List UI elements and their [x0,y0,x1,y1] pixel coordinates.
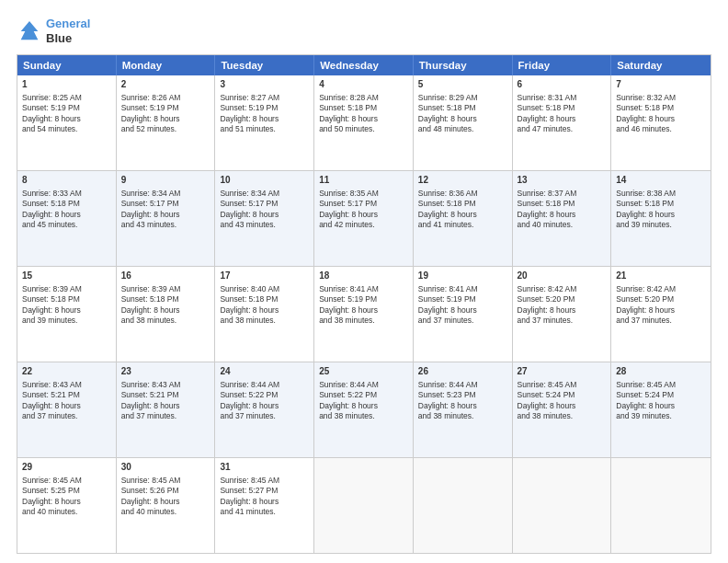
empty-cell-r4c3 [314,458,414,553]
day-info-line-1: Sunset: 5:17 PM [121,199,210,209]
day-info-line-0: Sunrise: 8:37 AM [518,189,607,199]
day-cell-13: 13Sunrise: 8:37 AMSunset: 5:18 PMDayligh… [513,171,612,266]
day-info-line-1: Sunset: 5:18 PM [616,199,706,209]
day-info-line-2: Daylight: 8 hours [121,401,210,411]
empty-cell-r4c4 [414,458,513,553]
calendar-header: SundayMondayTuesdayWednesdayThursdayFrid… [17,55,711,75]
day-info-line-2: Daylight: 8 hours [22,497,111,507]
day-info-line-1: Sunset: 5:21 PM [121,390,210,400]
day-number-4: 4 [319,78,408,91]
day-info-line-1: Sunset: 5:27 PM [220,486,309,496]
day-number-12: 12 [418,174,507,187]
day-number-28: 28 [616,365,706,378]
day-cell-23: 23Sunrise: 8:43 AMSunset: 5:21 PMDayligh… [117,362,216,457]
day-cell-22: 22Sunrise: 8:43 AMSunset: 5:21 PMDayligh… [17,362,117,457]
day-info-line-0: Sunrise: 8:42 AM [616,284,706,294]
day-cell-28: 28Sunrise: 8:45 AMSunset: 5:24 PMDayligh… [611,362,711,457]
day-info-line-0: Sunrise: 8:35 AM [319,189,408,199]
day-info-line-3: and 37 minutes. [418,316,507,326]
day-info-line-0: Sunrise: 8:34 AM [220,189,309,199]
day-info-line-1: Sunset: 5:23 PM [418,390,507,400]
day-cell-2: 2Sunrise: 8:26 AMSunset: 5:19 PMDaylight… [117,75,216,170]
day-info-line-2: Daylight: 8 hours [220,210,309,220]
day-number-20: 20 [518,270,607,282]
day-info-line-0: Sunrise: 8:25 AM [22,93,111,103]
day-info-line-3: and 40 minutes. [22,507,111,517]
day-info-line-3: and 39 minutes. [22,316,111,326]
day-cell-21: 21Sunrise: 8:42 AMSunset: 5:20 PMDayligh… [611,267,711,362]
day-info-line-1: Sunset: 5:24 PM [518,390,607,400]
day-info-line-0: Sunrise: 8:27 AM [220,93,309,103]
day-info-line-0: Sunrise: 8:45 AM [616,380,706,390]
day-info-line-0: Sunrise: 8:31 AM [518,93,607,103]
day-info-line-0: Sunrise: 8:38 AM [616,189,706,199]
day-cell-8: 8Sunrise: 8:33 AMSunset: 5:18 PMDaylight… [17,171,117,266]
day-number-16: 16 [121,270,210,282]
day-info-line-2: Daylight: 8 hours [121,497,210,507]
day-info-line-0: Sunrise: 8:34 AM [121,189,210,199]
day-info-line-2: Daylight: 8 hours [22,210,111,220]
day-info-line-2: Daylight: 8 hours [22,305,111,316]
calendar-row-1: 1Sunrise: 8:25 AMSunset: 5:19 PMDaylight… [17,75,711,170]
day-number-29: 29 [22,461,111,474]
day-number-5: 5 [418,78,507,91]
day-info-line-3: and 37 minutes. [22,411,111,421]
day-cell-25: 25Sunrise: 8:44 AMSunset: 5:22 PMDayligh… [314,362,414,457]
day-info-line-0: Sunrise: 8:36 AM [418,189,507,199]
day-number-10: 10 [220,174,309,187]
day-info-line-1: Sunset: 5:18 PM [220,294,309,304]
day-info-line-3: and 39 minutes. [616,220,706,230]
day-info-line-2: Daylight: 8 hours [121,210,210,220]
day-info-line-3: and 48 minutes. [418,124,507,134]
day-cell-16: 16Sunrise: 8:39 AMSunset: 5:18 PMDayligh… [117,267,216,362]
day-info-line-2: Daylight: 8 hours [319,210,408,220]
day-info-line-0: Sunrise: 8:39 AM [22,284,111,294]
day-info-line-2: Daylight: 8 hours [220,401,309,411]
day-info-line-3: and 38 minutes. [319,411,408,421]
day-info-line-1: Sunset: 5:18 PM [22,294,111,304]
logo-icon [17,18,42,44]
day-info-line-1: Sunset: 5:17 PM [220,199,309,209]
day-info-line-1: Sunset: 5:20 PM [616,294,706,304]
day-cell-31: 31Sunrise: 8:45 AMSunset: 5:27 PMDayligh… [215,458,314,553]
day-info-line-3: and 43 minutes. [121,220,210,230]
day-info-line-2: Daylight: 8 hours [418,210,507,220]
day-info-line-2: Daylight: 8 hours [616,401,706,411]
day-info-line-3: and 52 minutes. [121,124,210,134]
day-number-1: 1 [22,78,111,91]
day-number-3: 3 [220,78,309,91]
day-number-17: 17 [220,270,309,282]
day-info-line-0: Sunrise: 8:33 AM [22,189,111,199]
calendar-row-5: 29Sunrise: 8:45 AMSunset: 5:25 PMDayligh… [17,457,711,553]
day-info-line-3: and 47 minutes. [518,124,607,134]
day-number-18: 18 [319,270,408,282]
day-cell-12: 12Sunrise: 8:36 AMSunset: 5:18 PMDayligh… [414,171,513,266]
day-info-line-0: Sunrise: 8:45 AM [22,476,111,486]
day-info-line-1: Sunset: 5:19 PM [121,103,210,113]
day-number-27: 27 [518,365,607,378]
day-number-24: 24 [220,365,309,378]
day-info-line-1: Sunset: 5:18 PM [616,103,706,113]
day-info-line-0: Sunrise: 8:44 AM [319,380,408,390]
day-cell-20: 20Sunrise: 8:42 AMSunset: 5:20 PMDayligh… [513,267,612,362]
day-number-22: 22 [22,365,111,378]
day-info-line-2: Daylight: 8 hours [418,305,507,316]
day-info-line-3: and 42 minutes. [319,220,408,230]
weekday-header-tuesday: Tuesday [215,55,314,75]
day-number-11: 11 [319,174,408,187]
day-number-8: 8 [22,174,111,187]
svg-marker-0 [21,21,39,40]
day-info-line-1: Sunset: 5:17 PM [319,199,408,209]
day-info-line-3: and 39 minutes. [616,411,706,421]
logo: General Blue [17,17,90,45]
day-number-31: 31 [220,461,309,474]
day-info-line-3: and 37 minutes. [518,316,607,326]
day-info-line-3: and 37 minutes. [121,411,210,421]
day-info-line-0: Sunrise: 8:41 AM [319,284,408,294]
day-info-line-3: and 50 minutes. [319,124,408,134]
calendar-body: 1Sunrise: 8:25 AMSunset: 5:19 PMDaylight… [17,75,711,553]
weekday-header-friday: Friday [513,55,612,75]
day-info-line-0: Sunrise: 8:39 AM [121,284,210,294]
day-info-line-1: Sunset: 5:24 PM [616,390,706,400]
day-cell-1: 1Sunrise: 8:25 AMSunset: 5:19 PMDaylight… [17,75,117,170]
